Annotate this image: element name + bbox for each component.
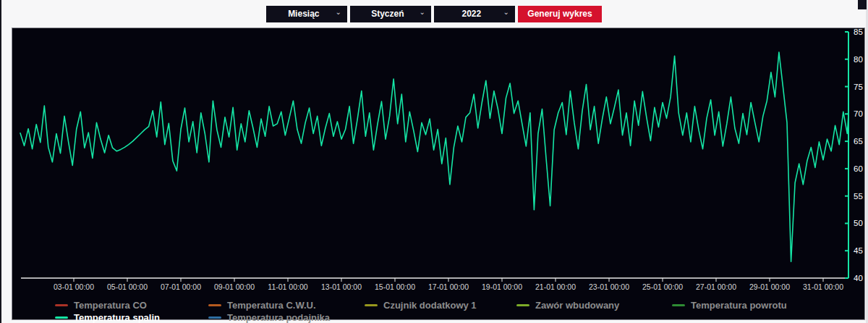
y-axis-label: 45 <box>854 246 863 255</box>
legend-marker-icon <box>55 304 68 306</box>
period-select-value: Miesiąc <box>272 9 336 19</box>
generate-chart-button[interactable]: Generuj wykres <box>518 6 602 22</box>
legend-label: Temperatura C.W.U. <box>227 300 316 311</box>
x-axis-label: 29-01 00:00 <box>749 282 790 291</box>
x-axis-label: 19-01 00:00 <box>482 282 522 291</box>
chevron-down-icon: ⌄ <box>420 9 425 16</box>
y-axis-label: 60 <box>854 164 863 173</box>
legend-label: Temperatura podajnika <box>227 312 330 323</box>
legend-marker-icon <box>672 304 685 306</box>
x-axis-label: 23-01 00:00 <box>589 282 629 291</box>
y-axis-label: 55 <box>854 192 863 201</box>
x-axis-label: 15-01 00:00 <box>375 282 415 291</box>
year-select-value: 2022 <box>440 9 503 19</box>
x-axis-label: 27-01 00:00 <box>696 282 736 291</box>
x-axis-label: 31-01 00:00 <box>803 282 843 291</box>
chevron-down-icon: ⌄ <box>336 9 341 16</box>
legend-item-temperatura-powrotu[interactable]: Temperatura powrotu <box>672 299 787 311</box>
x-axis-label: 05-01 00:00 <box>107 282 148 291</box>
legend-marker-icon <box>516 304 529 306</box>
year-select[interactable]: 2022 ⌄ <box>434 6 515 22</box>
legend-item-temperatura-spalin[interactable]: Temperatura spalin <box>55 311 160 323</box>
x-axis-label: 09-01 00:00 <box>214 282 255 291</box>
legend-item-czujnik-dodatkowy-1[interactable]: Czujnik dodatkowy 1 <box>365 299 477 311</box>
x-axis-label: 07-01 00:00 <box>161 282 201 291</box>
month-select-value: Styczeń <box>356 9 420 19</box>
y-axis-label: 40 <box>854 274 863 282</box>
temperature-line-chart: 03-01 00:0005-01 00:0007-01 00:0009-01 0… <box>12 28 866 321</box>
legend-marker-icon <box>208 304 221 306</box>
chart-panel: 03-01 00:0005-01 00:0007-01 00:0009-01 0… <box>12 28 865 320</box>
chevron-down-icon: ⌄ <box>503 9 509 16</box>
legend-label: Temperatura powrotu <box>691 300 787 311</box>
legend-item-temperatura-cwu[interactable]: Temperatura C.W.U. <box>208 299 316 311</box>
x-axis-label: 11-01 00:00 <box>268 282 307 291</box>
x-axis-label: 17-01 00:00 <box>428 282 469 291</box>
y-axis-label: 50 <box>854 219 863 227</box>
y-axis-label: 70 <box>854 109 863 118</box>
legend-item-zawor-wbudowany[interactable]: Zawór wbudowany <box>516 299 619 311</box>
legend-marker-icon <box>55 316 68 319</box>
y-axis-label: 65 <box>854 137 863 146</box>
x-axis-label: 03-01 00:00 <box>54 282 94 291</box>
y-axis-label: 80 <box>854 55 863 64</box>
legend-item-temperatura-co[interactable]: Temperatura CO <box>55 299 147 311</box>
legend-marker-icon <box>208 316 221 319</box>
y-axis-label: 85 <box>854 28 863 36</box>
legend-marker-icon <box>365 304 378 306</box>
x-axis-label: 25-01 00:00 <box>642 282 683 291</box>
legend-label: Temperatura CO <box>74 300 147 311</box>
x-axis-label: 21-01 00:00 <box>535 282 576 291</box>
window-edge <box>0 0 1 323</box>
legend-item-temperatura-podajnika[interactable]: Temperatura podajnika <box>208 311 330 323</box>
y-axis-label: 75 <box>854 83 863 91</box>
scrollbar-thumb[interactable] <box>858 0 867 9</box>
legend-label: Temperatura spalin <box>74 312 160 323</box>
month-select[interactable]: Styczeń ⌄ <box>350 6 431 22</box>
legend-label: Czujnik dodatkowy 1 <box>383 300 477 311</box>
toolbar: Miesiąc ⌄ Styczeń ⌄ 2022 ⌄ Generuj wykre… <box>0 0 868 28</box>
series-temperatura-spalin[interactable] <box>20 52 848 261</box>
x-axis-label: 13-01 00:00 <box>321 282 362 291</box>
legend-label: Zawór wbudowany <box>535 300 619 311</box>
period-select[interactable]: Miesiąc ⌄ <box>266 6 347 22</box>
